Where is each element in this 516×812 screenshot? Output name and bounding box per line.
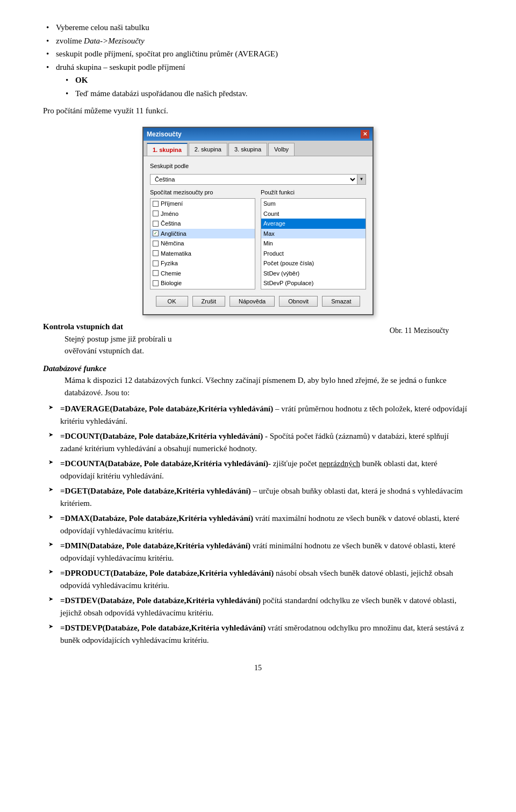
dialog-close-button[interactable]: ✕	[361, 130, 369, 139]
arrow-icon: ➤	[48, 622, 58, 631]
right-panel: Použít funkci SumCountAverageMaxMinProdu…	[261, 188, 366, 290]
smazat-button[interactable]: Smazat	[322, 296, 360, 307]
ok-button[interactable]: OK	[156, 296, 188, 307]
kontrola-indent: Stejný postup jsme již probírali u ověřo…	[64, 333, 204, 357]
obnovit-button[interactable]: Obnovit	[279, 296, 318, 307]
bullet-1: Vybereme celou naši tabulku	[43, 21, 473, 34]
caption-kontrola-layout: Kontrola vstupních dat Stejný postup jsm…	[43, 321, 473, 357]
list-item[interactable]: Count	[261, 209, 366, 219]
kontrola-heading: Kontrola vstupních dat	[43, 321, 204, 333]
db-function-item: ➤=DAVERAGE(Databáze, Pole databáze,Krité…	[43, 403, 473, 427]
two-panels: Spočítat mezisoučty pro PříjmeníJménoČeš…	[150, 188, 366, 290]
list-item[interactable]: Matematika	[150, 249, 255, 259]
list-item[interactable]: Fyzika	[150, 258, 255, 269]
db-function-item: ➤=DCOUNTA(Databáze, Pole databáze,Kritér…	[43, 458, 473, 482]
db-function-item: ➤=DSTDEVP(Databáze, Pole databáze,Kritér…	[43, 622, 473, 646]
list-item[interactable]: Němčina	[150, 238, 255, 249]
db-function-item: ➤=DMIN(Databáze, Pole databáze,Kritéria …	[43, 540, 473, 564]
checkbox-icon	[153, 211, 159, 216]
list-item[interactable]: Var (výběr)	[261, 288, 366, 290]
dialog-titlebar: Mezisoučty ✕	[144, 128, 372, 141]
db-function-item: ➤=DMAX(Databáze, Pole databáze,Kritéria …	[43, 512, 473, 536]
arrow-icon: ➤	[48, 485, 58, 494]
right-listbox[interactable]: SumCountAverageMaxMinProductPočet (pouze…	[261, 198, 366, 289]
checkbox-icon: ✓	[153, 230, 159, 236]
checkbox-icon	[153, 201, 159, 207]
dialog-title: Mezisoučty	[147, 129, 182, 139]
checkbox-icon	[153, 280, 159, 286]
checkbox-icon	[153, 241, 159, 247]
left-listbox[interactable]: PříjmeníJménoČeština✓AngličtinaNěmčinaMa…	[150, 198, 255, 289]
dialog-tabs: 1. skupina 2. skupina 3. skupina Volby	[144, 141, 372, 157]
bullet-ted: Teď máme databázi uspořádanou dle našich…	[43, 88, 473, 100]
bullet-4: druhá skupina – seskupit podle příjmení	[43, 61, 473, 74]
pouzit-label: Použít funkci	[261, 188, 366, 197]
seskupit-select-row: Čeština ▼	[150, 174, 366, 185]
intro-bullet-list: Vybereme celou naši tabulku zvolíme Data…	[43, 21, 473, 99]
db-functions-list: ➤=DAVERAGE(Databáze, Pole databáze,Krité…	[43, 403, 473, 646]
list-item[interactable]: Product	[261, 249, 366, 259]
list-item[interactable]: Min	[261, 238, 366, 249]
list-item[interactable]: Chemie	[150, 269, 255, 279]
dialog-tab-1[interactable]: 1. skupina	[147, 143, 188, 156]
checkbox-icon	[153, 260, 159, 266]
list-item[interactable]: Average	[261, 219, 366, 229]
dialog-tab-3[interactable]: 3. skupina	[228, 143, 267, 156]
db-intro-text: Máma k dispozici 12 databázových funkcí.…	[64, 374, 473, 398]
dialog-tab-volby[interactable]: Volby	[268, 143, 295, 156]
checkbox-icon	[153, 270, 159, 276]
list-item[interactable]: Příjmení	[150, 199, 255, 209]
dialog-window: Mezisoučty ✕ 1. skupina 2. skupina 3. sk…	[142, 127, 374, 316]
kontrola-section: Kontrola vstupních dat Stejný postup jsm…	[43, 321, 204, 357]
caption-block: Obr. 11 Mezisoučty	[366, 321, 473, 345]
arrow-icon: ➤	[48, 512, 58, 521]
list-item[interactable]: StDev (výběr)	[261, 269, 366, 279]
arrow-icon: ➤	[48, 403, 58, 412]
list-item[interactable]: StDevP (Populace)	[261, 278, 366, 288]
list-item[interactable]: Sum	[261, 199, 366, 209]
seskupit-label: Seskupit podle	[150, 162, 189, 171]
list-item[interactable]: Čeština	[150, 219, 255, 229]
zrušit-button[interactable]: Zrušit	[192, 296, 226, 307]
seskupit-row: Seskupit podle	[150, 162, 366, 171]
arrow-icon: ➤	[48, 458, 58, 467]
arrow-icon: ➤	[48, 540, 58, 549]
spocitat-label: Spočítat mezisoučty pro	[150, 188, 255, 197]
list-item[interactable]: Počet (pouze čísla)	[261, 258, 366, 269]
bullet-ok: OK	[43, 74, 473, 86]
list-item[interactable]: Max	[261, 229, 366, 239]
intro-after-text: Pro počítání můžeme využít 11 funkcí.	[43, 105, 473, 117]
list-item[interactable]: Jméno	[150, 209, 255, 219]
arrow-icon: ➤	[48, 567, 58, 576]
arrow-icon: ➤	[48, 595, 58, 604]
list-item[interactable]: Biologie	[150, 278, 255, 288]
db-function-item: ➤=DCOUNT(Databáze, Pole databáze,Kritéri…	[43, 430, 473, 454]
list-item[interactable]: Zeměpis	[150, 288, 255, 290]
arrow-icon: ➤	[48, 430, 58, 439]
dialog-buttons: OKZrušitNápovědaObnovitSmazat	[150, 296, 366, 309]
dialog-body: Seskupit podle Čeština ▼ Spočítat meziso…	[144, 156, 372, 314]
seskupit-arrow: ▼	[357, 174, 366, 185]
db-function-item: ➤=DGET(Databáze, Pole databáze,Kritéria …	[43, 485, 473, 509]
checkbox-icon	[153, 250, 159, 256]
db-section-heading: Databázové funkce	[43, 363, 473, 375]
bullet-2: zvolíme Data->Mezisoučty	[43, 35, 473, 47]
bullet-3: seskupit podle příjmení, spočítat pro an…	[43, 48, 473, 60]
nápověda-button[interactable]: Nápověda	[230, 296, 275, 307]
dialog-container: Mezisoučty ✕ 1. skupina 2. skupina 3. sk…	[43, 127, 473, 316]
checkbox-icon	[153, 221, 159, 227]
left-panel: Spočítat mezisoučty pro PříjmeníJménoČeš…	[150, 188, 255, 290]
page-number: 15	[43, 662, 473, 673]
dialog-tab-2[interactable]: 2. skupina	[189, 143, 227, 156]
db-function-item: ➤=DPRODUCT(Databáze, Pole databáze,Krité…	[43, 567, 473, 591]
db-function-item: ➤=DSTDEV(Databáze, Pole databáze,Kritéri…	[43, 595, 473, 619]
caption-text: Obr. 11 Mezisoučty	[366, 325, 473, 336]
list-item[interactable]: ✓Angličtina	[150, 229, 255, 239]
seskupit-select[interactable]: Čeština	[150, 174, 357, 185]
